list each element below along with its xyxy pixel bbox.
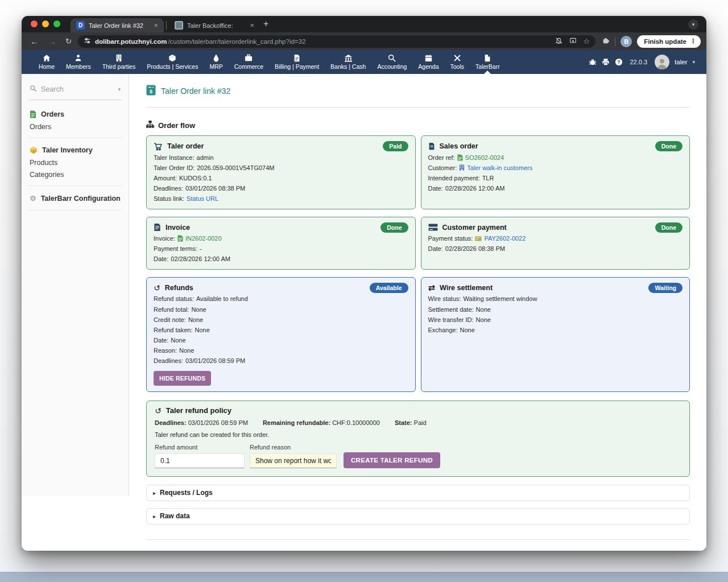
sidebar-item-products[interactable]: Products [28, 156, 122, 168]
sidebar-section-title-orders[interactable]: Orders [28, 109, 122, 120]
field-value-link[interactable]: Taler walk-in customers [467, 164, 532, 172]
username-label[interactable]: taler [675, 59, 687, 65]
card-field: Payment status:PAY2602-0022 [428, 234, 683, 243]
browser-profile-avatar[interactable]: B [621, 36, 632, 47]
help-icon[interactable]: ? [615, 58, 623, 66]
new-tab-button[interactable]: + [260, 19, 274, 32]
field-value-link[interactable]: SO2602-0024 [465, 154, 504, 162]
app-body: ▾ OrdersOrdersTaler InventoryProductsCat… [22, 74, 706, 551]
sidebar-section-title-talerbarr-configuration[interactable]: ⚙TalerBarr Configuration [28, 193, 122, 204]
gear-icon: ⚙ [30, 194, 36, 203]
install-page-icon[interactable] [569, 36, 577, 47]
nav-item-banks-cash[interactable]: Banks | Cash [325, 50, 371, 74]
banks-icon [344, 54, 353, 62]
nav-item-members[interactable]: Members [60, 50, 97, 74]
card-field: Wire transfer ID:None [428, 316, 683, 324]
field-value-link[interactable]: Status URL [187, 195, 218, 203]
finish-update-label: Finish update [644, 38, 686, 45]
refund-amount-input[interactable] [155, 453, 245, 468]
field-value-link[interactable]: PAY2602-0022 [484, 234, 526, 243]
back-button[interactable]: ← [27, 36, 42, 46]
nav-item-mrp[interactable]: MRP [204, 50, 228, 74]
card-field: Order ref:SO2602-0024 [428, 154, 683, 162]
cart-icon [154, 142, 163, 151]
refund-amount-label: Refund amount [155, 444, 245, 451]
sidebar-section: OrdersOrders [28, 102, 122, 138]
field-value: 02/28/2026 12:00 AM [171, 255, 230, 263]
sidebar-search[interactable]: ▾ [28, 82, 122, 100]
field-label: Customer: [428, 164, 457, 172]
status-badge: Paid [383, 141, 408, 151]
title-divider [146, 107, 690, 108]
policy-summary-label: Deadlines: [155, 419, 188, 426]
sidebar-section: Taler InventoryProductsCategories [28, 138, 122, 186]
finish-update-button[interactable]: Finish update ⋮ [637, 35, 701, 48]
card-header: Customer paymentDone [428, 222, 683, 233]
order-flow-heading: Order flow [146, 121, 690, 130]
user-avatar[interactable] [655, 55, 669, 69]
search-input[interactable] [41, 85, 102, 93]
card-field: Credit note:None [154, 316, 408, 324]
tools-icon [453, 54, 461, 62]
browser-tab[interactable]: DTaler Order link #32× [71, 18, 164, 32]
policy-summary-item: State: Paid [395, 419, 427, 426]
accordion-requests-logs[interactable]: ▸Requests / Logs [146, 485, 690, 501]
card-invoice: InvoiceDoneInvoice:IN2602-0020Payment te… [146, 217, 416, 270]
accordion-raw-data[interactable]: ▸Raw data [146, 508, 690, 525]
document-green-icon [30, 110, 36, 118]
card-field: Date:02/28/2026 08:38 PM [428, 245, 683, 253]
tab-close-icon[interactable]: × [154, 22, 158, 29]
main-content: $ Taler Order link #32 Order flow Taler … [129, 74, 706, 551]
extensions-puzzle-icon[interactable] [601, 36, 610, 47]
tab-divider [166, 21, 167, 30]
status-badge: Done [655, 222, 682, 233]
sidebar-item-orders[interactable]: Orders [28, 120, 122, 132]
search-dropdown-caret-icon[interactable]: ▾ [118, 86, 121, 92]
minimize-window-button[interactable] [42, 20, 49, 27]
nav-item-products-services[interactable]: Products | Services [141, 50, 204, 74]
policy-summary-value: Paid [414, 419, 427, 426]
nav-item-commerce[interactable]: Commerce [229, 50, 269, 74]
close-window-button[interactable] [31, 20, 38, 27]
undo-icon: ↺ [155, 406, 162, 415]
nav-item-accounting[interactable]: Accounting [371, 50, 412, 74]
accordion-arrow-icon: ▸ [153, 490, 156, 496]
browser-tab[interactable]: Taler Backoffice:× [169, 18, 260, 32]
card-field: Refund total:None [154, 306, 408, 314]
field-value-link[interactable]: IN2602-0020 [185, 234, 222, 243]
tune-icon[interactable] [84, 36, 91, 47]
status-badge: Available [370, 283, 408, 293]
refund-reason-input[interactable] [250, 453, 337, 468]
nav-item-label: TalerBarr [475, 63, 500, 70]
field-label: Refund status: [154, 295, 194, 303]
tab-close-icon[interactable]: × [250, 22, 254, 29]
nav-item-talerbarr[interactable]: TalerBarr [470, 50, 506, 74]
print-icon[interactable] [602, 58, 610, 66]
nav-item-tools[interactable]: Tools [445, 50, 470, 74]
field-label: Exchange: [428, 326, 458, 335]
address-bar[interactable]: dolibarr.potuzhnyi.com /custom/talerbarr… [78, 35, 595, 48]
nav-item-home[interactable]: Home [33, 50, 60, 74]
refund-policy-note: Taler refund can be created for this ord… [155, 431, 681, 438]
tab-search-button[interactable]: ▾ [688, 19, 698, 30]
forward-button[interactable]: → [45, 36, 59, 46]
user-menu-chevron-icon[interactable]: ▾ [692, 59, 695, 65]
policy-summary-label: Remaining refundable: [263, 419, 332, 426]
sidebar-section: ⚙TalerBarr Configuration [28, 186, 122, 210]
create-taler-refund-button[interactable]: CREATE TALER REFUND [344, 452, 440, 468]
debug-bug-icon[interactable] [589, 58, 597, 66]
nav-item-third-parties[interactable]: Third parties [97, 50, 141, 74]
hide-refunds-button[interactable]: HIDE REFUNDS [154, 371, 211, 386]
browser-menu-icon[interactable]: ⋮ [690, 38, 696, 45]
card-field: Date:None [154, 336, 408, 345]
nav-item-agenda[interactable]: Agenda [412, 50, 444, 74]
nav-item-billing-payment[interactable]: Billing | Payment [269, 50, 325, 74]
field-value: None [171, 336, 185, 345]
refund-policy-title: Taler refund policy [166, 406, 231, 415]
sidebar-item-categories[interactable]: Categories [28, 168, 122, 180]
reload-button[interactable]: ↻ [63, 37, 75, 46]
notifications-off-icon[interactable] [555, 36, 562, 47]
sidebar-section-title-taler-inventory[interactable]: Taler Inventory [28, 145, 122, 156]
bookmark-star-icon[interactable]: ☆ [584, 37, 590, 46]
maximize-window-button[interactable] [53, 20, 60, 27]
